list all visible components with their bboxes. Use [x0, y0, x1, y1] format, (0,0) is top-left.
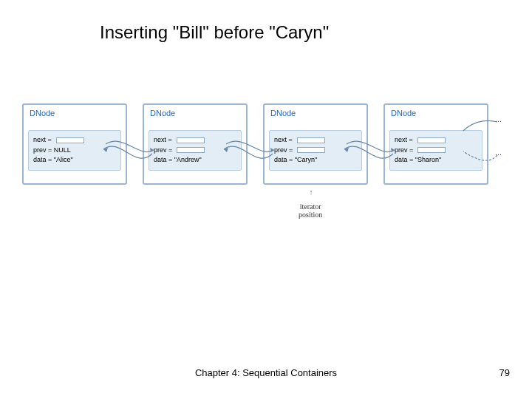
ellipsis-top: ... — [495, 115, 502, 123]
node-type-label: DNode — [144, 105, 246, 119]
pointer-box — [297, 147, 325, 153]
dnode-andrew: DNode next = prev = data = "Andrew" — [143, 103, 248, 185]
prev-field: prev = — [154, 146, 236, 156]
node-body: next = prev = data = "Sharon" — [389, 130, 482, 171]
dnode-alice: DNode next = prev = NULL data = "Alice" — [22, 103, 127, 185]
dnode-sharon: DNode next = prev = data = "Sharon" — [383, 103, 488, 185]
footer-chapter: Chapter 4: Sequential Containers — [0, 367, 532, 378]
iterator-label: iterator position — [299, 202, 322, 219]
data-field: data = "Alice" — [33, 155, 116, 166]
pointer-box — [177, 137, 205, 143]
prev-field: prev = — [274, 146, 357, 156]
pointer-box — [56, 137, 84, 143]
node-body: next = prev = data = "Andrew" — [149, 130, 242, 171]
linked-list-diagram: DNode next = prev = NULL data = "Alice" … — [22, 103, 517, 251]
next-field: next = — [154, 135, 236, 146]
pointer-box — [177, 147, 205, 153]
next-field: next = — [274, 135, 357, 146]
dnode-caryn: DNode next = prev = data = "Caryn" — [263, 103, 368, 185]
ellipsis-bottom: ... — [495, 148, 502, 157]
iterator-arrow-icon — [310, 183, 312, 202]
pointer-box — [297, 137, 325, 143]
data-field: data = "Caryn" — [274, 155, 357, 166]
page-number: 79 — [499, 367, 510, 378]
prev-field: prev = NULL — [33, 146, 116, 156]
node-type-label: DNode — [24, 105, 126, 119]
node-type-label: DNode — [385, 105, 487, 119]
prev-field: prev = — [395, 146, 477, 156]
node-body: next = prev = data = "Caryn" — [269, 130, 362, 171]
pointer-box — [417, 137, 446, 143]
slide-title: Inserting "Bill" before "Caryn" — [100, 22, 329, 43]
node-body: next = prev = NULL data = "Alice" — [28, 130, 121, 171]
next-field: next = — [395, 135, 477, 146]
pointer-box — [417, 147, 446, 153]
data-field: data = "Sharon" — [395, 155, 477, 166]
next-field: next = — [33, 135, 116, 146]
node-type-label: DNode — [265, 105, 366, 119]
data-field: data = "Andrew" — [154, 155, 236, 166]
